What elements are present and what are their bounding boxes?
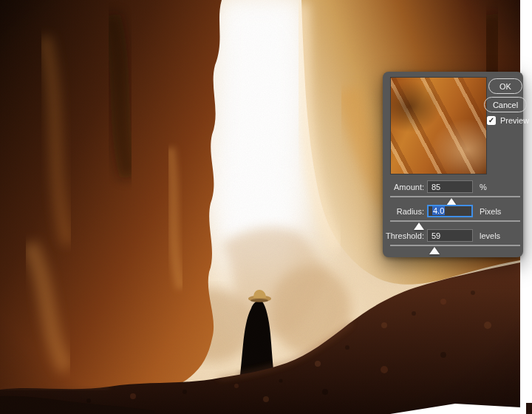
threshold-label: Threshold: bbox=[383, 231, 424, 240]
amount-input[interactable] bbox=[427, 180, 473, 193]
radius-unit: Pixels bbox=[480, 207, 501, 216]
preview-option: ✓ Preview bbox=[487, 115, 529, 126]
threshold-input[interactable] bbox=[427, 229, 473, 242]
bottom-right-rock-edge bbox=[526, 403, 532, 414]
radius-label: Radius: bbox=[383, 207, 424, 216]
amount-label: Amount: bbox=[383, 183, 424, 191]
threshold-slider[interactable] bbox=[390, 245, 520, 255]
amount-row: Amount: % bbox=[383, 180, 523, 194]
threshold-row: Threshold: levels bbox=[383, 229, 523, 242]
preview-label: Preview bbox=[500, 116, 529, 125]
ok-button[interactable]: OK bbox=[488, 78, 522, 94]
checkmark-icon: ✓ bbox=[488, 116, 494, 124]
threshold-unit: levels bbox=[480, 231, 500, 240]
page: OK Cancel ✓ Preview Amount: % Radius: 4.… bbox=[0, 0, 532, 414]
radius-selected-value: 4.0 bbox=[432, 206, 445, 215]
unsharp-mask-dialog: OK Cancel ✓ Preview Amount: % Radius: 4.… bbox=[383, 72, 523, 257]
radius-input[interactable]: 4.0 bbox=[427, 205, 473, 217]
preview-checkbox[interactable]: ✓ bbox=[487, 116, 496, 125]
amount-unit: % bbox=[480, 183, 487, 191]
filter-preview-thumbnail[interactable] bbox=[390, 77, 487, 174]
cancel-button[interactable]: Cancel bbox=[484, 97, 527, 112]
threshold-slider-thumb[interactable] bbox=[429, 247, 440, 254]
radius-row: Radius: 4.0 Pixels bbox=[383, 205, 523, 218]
